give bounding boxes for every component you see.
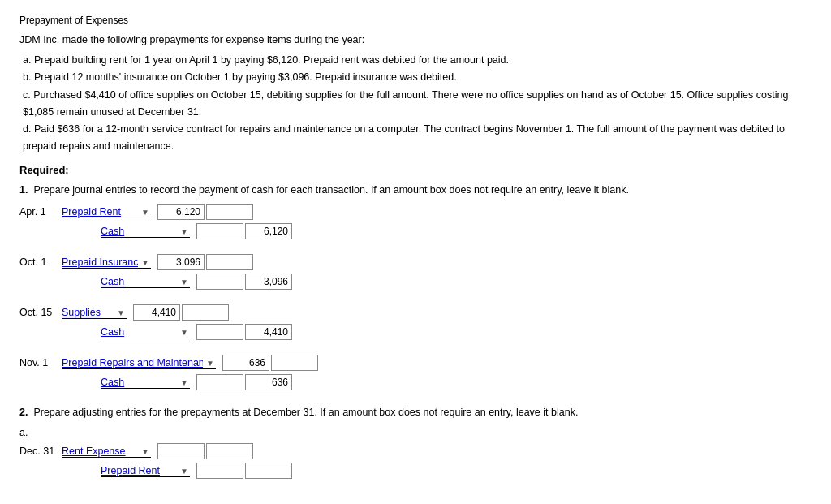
credit-input[interactable] (182, 304, 229, 321)
credit-input[interactable] (206, 204, 253, 220)
question-1-text: Prepare journal entries to record the pa… (33, 184, 629, 196)
account-select-wrapper: Prepaid RentRent ExpenseCash▼ (101, 465, 190, 477)
items-list: a. Prepaid building rent for 1 year on A… (19, 52, 812, 156)
credit-input[interactable] (271, 355, 318, 371)
account-select-wrapper: CashPrepaid InsuranceInsurance Expense▼ (101, 276, 190, 288)
intro-text: JDM Inc. made the following prepayments … (19, 34, 812, 45)
debit-input[interactable] (157, 254, 205, 270)
amount-boxes (196, 324, 294, 340)
account-select[interactable]: Prepaid Repairs and MaintenanceCashRepai… (62, 357, 216, 369)
journal-row: Oct. 15SuppliesCashSupplies Expense▼ (19, 304, 812, 321)
credit-input[interactable] (245, 324, 292, 340)
credit-input[interactable] (245, 223, 292, 239)
amount-boxes (196, 223, 294, 239)
account-select[interactable]: CashPrepaid Repairs and MaintenanceRepai… (101, 377, 190, 389)
debit-input[interactable] (222, 355, 269, 371)
debit-input[interactable] (196, 374, 243, 390)
debit-input[interactable] (133, 304, 180, 321)
date-label: Oct. 15 (19, 307, 62, 318)
question-1-num: 1. (19, 184, 28, 196)
journal-row: CashPrepaid RentRent Expense▼ (58, 223, 812, 239)
account-select-wrapper: CashSuppliesSupplies Expense▼ (101, 326, 190, 338)
amount-boxes (157, 443, 255, 459)
date-label: Dec. 31 (19, 446, 62, 457)
journal-row: Dec. 31Rent ExpensePrepaid RentCash▼ (19, 443, 812, 459)
question-2-text: Prepare adjusting entries for the prepay… (33, 407, 578, 418)
credit-input[interactable] (206, 254, 253, 270)
journal-row: CashSuppliesSupplies Expense▼ (58, 324, 812, 340)
account-select-wrapper: Prepaid InsuranceCashInsurance Expense▼ (62, 256, 151, 269)
credit-input[interactable] (245, 274, 292, 290)
account-select[interactable]: CashPrepaid InsuranceInsurance Expense (101, 276, 190, 288)
amount-boxes (157, 254, 255, 270)
account-select[interactable]: CashSuppliesSupplies Expense (101, 326, 190, 338)
journal-row: Apr. 1Prepaid RentCashRent Expense▼ (19, 204, 812, 220)
account-select[interactable]: Prepaid InsuranceCashInsurance Expense (62, 256, 151, 269)
credit-input[interactable] (245, 374, 292, 390)
page-title: Prepayment of Expenses (19, 15, 812, 26)
item-text: d. Paid $636 for a 12-month service cont… (19, 121, 812, 156)
sub-label-a: a. (19, 427, 812, 438)
section-2: 2. Prepare adjusting entries for the pre… (19, 405, 812, 479)
account-select-wrapper: Prepaid RentCashRent Expense▼ (62, 206, 151, 218)
account-select[interactable]: SuppliesCashSupplies Expense (62, 307, 127, 319)
debit-input[interactable] (157, 443, 205, 459)
amount-boxes (222, 355, 320, 371)
credit-input[interactable] (206, 443, 253, 459)
question-1: 1. Prepare journal entries to record the… (19, 183, 812, 198)
question-2: 2. Prepare adjusting entries for the pre… (19, 405, 812, 420)
debit-input[interactable] (196, 463, 243, 479)
journal-row: CashPrepaid InsuranceInsurance Expense▼ (58, 274, 812, 290)
date-label: Oct. 1 (19, 256, 62, 268)
item-text: c. Purchased $4,410 of office supplies o… (19, 87, 812, 122)
journal-section-2: Dec. 31Rent ExpensePrepaid RentCash▼Prep… (19, 443, 812, 479)
credit-input[interactable] (245, 463, 292, 479)
account-select-wrapper: CashPrepaid RentRent Expense▼ (101, 226, 190, 238)
account-select-wrapper: Rent ExpensePrepaid RentCash▼ (62, 446, 151, 458)
journal-row: Oct. 1Prepaid InsuranceCashInsurance Exp… (19, 254, 812, 270)
account-select[interactable]: CashPrepaid RentRent Expense (101, 226, 190, 238)
journal-row: Nov. 1Prepaid Repairs and MaintenanceCas… (19, 355, 812, 371)
item-text: b. Prepaid 12 months' insurance on Octob… (19, 69, 812, 86)
account-select[interactable]: Prepaid RentRent ExpenseCash (101, 465, 190, 477)
journal-row: Prepaid RentRent ExpenseCash▼ (58, 463, 812, 479)
account-select-wrapper: SuppliesCashSupplies Expense▼ (62, 307, 127, 319)
debit-input[interactable] (157, 204, 205, 220)
debit-input[interactable] (196, 324, 243, 340)
account-select-wrapper: CashPrepaid Repairs and MaintenanceRepai… (101, 377, 190, 389)
date-label: Nov. 1 (19, 357, 62, 368)
amount-boxes (157, 204, 255, 220)
journal-row: CashPrepaid Repairs and MaintenanceRepai… (58, 374, 812, 390)
account-select-wrapper: Prepaid Repairs and MaintenanceCashRepai… (62, 357, 216, 369)
item-text: a. Prepaid building rent for 1 year on A… (19, 52, 812, 69)
debit-input[interactable] (196, 274, 243, 290)
journal-section-1: Apr. 1Prepaid RentCashRent Expense▼CashP… (19, 204, 812, 390)
amount-boxes (196, 463, 294, 479)
required-label: Required: (19, 164, 812, 176)
amount-boxes (196, 274, 294, 290)
amount-boxes (133, 304, 230, 321)
amount-boxes (196, 374, 294, 390)
question-2-num: 2. (19, 407, 28, 418)
date-label: Apr. 1 (19, 206, 62, 218)
debit-input[interactable] (196, 223, 243, 239)
account-select[interactable]: Prepaid RentCashRent Expense (62, 206, 151, 218)
account-select[interactable]: Rent ExpensePrepaid RentCash (62, 446, 151, 458)
